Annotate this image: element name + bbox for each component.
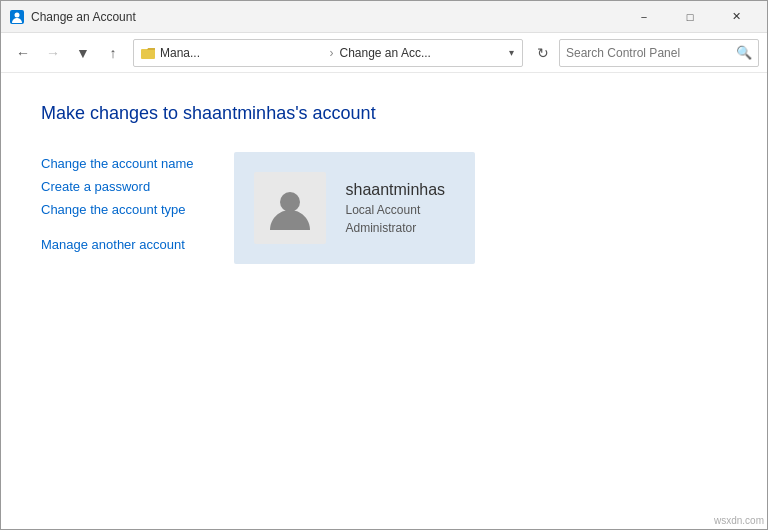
recent-locations-button[interactable]: ▼ [69,39,97,67]
maximize-button[interactable]: □ [667,1,713,33]
svg-point-1 [15,12,20,17]
window-controls: − □ ✕ [621,1,759,33]
actions-list: Change the account name Create a passwor… [41,152,194,264]
manage-another-account-link[interactable]: Manage another account [41,233,194,256]
watermark: wsxdn.com [714,515,764,526]
app-icon [9,9,25,25]
forward-button[interactable]: → [39,39,67,67]
breadcrumb-1: Mana... [160,46,324,60]
page-title: Make changes to shaantminhas's account [41,103,727,124]
address-bar[interactable]: Mana... › Change an Acc... ▾ [133,39,523,67]
account-card: shaantminhas Local Account Administrator [234,152,476,264]
avatar-icon [266,184,314,232]
up-button[interactable]: ↑ [99,39,127,67]
breadcrumb-separator-1: › [328,46,336,60]
change-account-name-link[interactable]: Change the account name [41,152,194,175]
account-info: shaantminhas Local Account Administrator [346,181,446,235]
window-title: Change an Account [31,10,621,24]
title-bar: Change an Account − □ ✕ [1,1,767,33]
address-dropdown-icon[interactable]: ▾ [507,47,516,58]
account-name: shaantminhas [346,181,446,199]
change-account-type-link[interactable]: Change the account type [41,198,194,221]
svg-rect-2 [141,49,155,59]
search-input[interactable] [566,46,736,60]
account-type-line2: Administrator [346,221,446,235]
main-content: Make changes to shaantminhas's account C… [1,73,767,294]
search-icon[interactable]: 🔍 [736,45,752,60]
minimize-button[interactable]: − [621,1,667,33]
folder-icon [140,45,156,61]
avatar [254,172,326,244]
create-password-link[interactable]: Create a password [41,175,194,198]
search-bar[interactable]: 🔍 [559,39,759,67]
content-area: Change the account name Create a passwor… [41,152,727,264]
svg-point-3 [280,192,300,212]
breadcrumb-2: Change an Acc... [340,46,504,60]
back-button[interactable]: ← [9,39,37,67]
navigation-bar: ← → ▼ ↑ Mana... › Change an Acc... ▾ ↻ 🔍 [1,33,767,73]
close-button[interactable]: ✕ [713,1,759,33]
account-type-line1: Local Account [346,203,446,217]
refresh-button[interactable]: ↻ [529,39,557,67]
